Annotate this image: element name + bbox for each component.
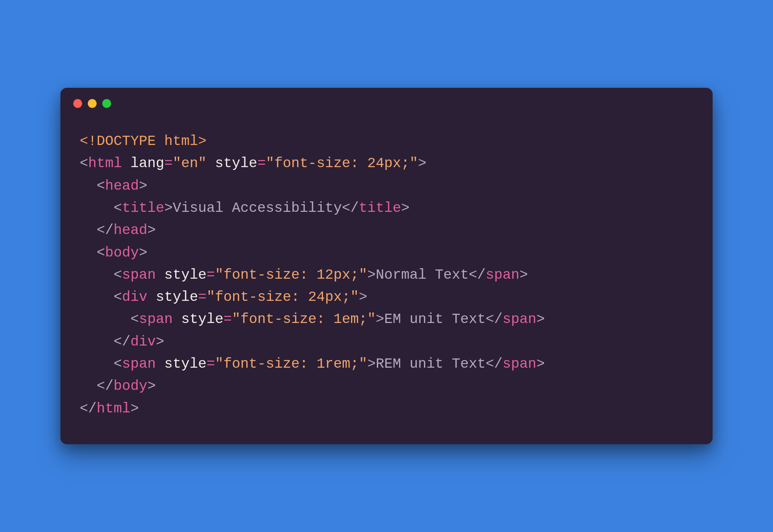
string-token: "font-size: 24px;": [207, 289, 359, 305]
tag-token: span: [139, 311, 173, 327]
angle-bracket: </: [469, 267, 486, 283]
string-token: "font-size: 12px;": [215, 267, 367, 283]
angle-bracket: </: [486, 356, 502, 372]
angle-bracket: >: [147, 378, 156, 394]
tag-token: span: [122, 267, 156, 283]
tag-token: head: [114, 222, 147, 238]
angle-bracket: <: [114, 356, 122, 372]
code-content[interactable]: <!DOCTYPE html> <html lang="en" style="f…: [60, 114, 713, 444]
angle-bracket: >: [401, 200, 409, 216]
angle-bracket: >: [536, 356, 545, 372]
doctype-token: <!DOCTYPE html>: [80, 133, 207, 149]
minimize-icon[interactable]: [88, 99, 97, 108]
angle-bracket: </: [486, 311, 502, 327]
close-icon[interactable]: [73, 99, 82, 108]
angle-bracket: <: [80, 155, 88, 172]
code-line: </head>: [80, 222, 156, 238]
text-token: EM unit Text: [384, 311, 486, 327]
tag-token: html: [97, 401, 130, 417]
angle-bracket: </: [114, 334, 130, 350]
equals-token: =: [198, 289, 207, 305]
angle-bracket: </: [342, 200, 359, 216]
angle-bracket: <: [130, 311, 139, 327]
angle-bracket: <: [114, 200, 122, 216]
angle-bracket: </: [97, 222, 114, 238]
angle-bracket: <: [114, 267, 122, 283]
angle-bracket: >: [139, 245, 147, 261]
equals-token: =: [207, 267, 215, 283]
code-line: <!DOCTYPE html>: [80, 133, 207, 149]
equals-token: =: [257, 155, 266, 172]
tag-token: span: [502, 356, 536, 372]
angle-bracket: >: [519, 267, 528, 283]
attr-token: style: [215, 155, 257, 172]
tag-token: div: [122, 289, 147, 305]
angle-bracket: >: [536, 311, 545, 327]
code-line: <title>Visual Accessibility</title>: [80, 200, 409, 216]
angle-bracket: >: [367, 356, 376, 372]
equals-token: =: [207, 356, 215, 372]
attr-token: style: [156, 289, 198, 305]
angle-bracket: >: [156, 334, 164, 350]
tag-token: title: [122, 200, 164, 216]
attr-token: style: [164, 356, 207, 372]
code-line: </html>: [80, 401, 139, 417]
text-token: REM unit Text: [376, 356, 486, 372]
attr-token: style: [164, 267, 207, 283]
text-token: Visual Accessibility: [173, 200, 342, 216]
string-token: "en": [173, 155, 207, 172]
tag-token: html: [88, 155, 122, 172]
angle-bracket: <: [114, 289, 122, 305]
angle-bracket: <: [97, 245, 105, 261]
string-token: "font-size: 1em;": [232, 311, 376, 327]
code-line: </body>: [80, 378, 156, 394]
angle-bracket: </: [97, 378, 114, 394]
code-line: <span style="font-size: 1em;">EM unit Te…: [80, 311, 545, 327]
angle-bracket: <: [97, 178, 105, 194]
code-line: </div>: [80, 334, 164, 350]
text-token: Normal Text: [376, 267, 469, 283]
angle-bracket: >: [359, 289, 367, 305]
code-line: <body>: [80, 245, 147, 261]
string-token: "font-size: 24px;": [266, 155, 418, 172]
code-editor-window: <!DOCTYPE html> <html lang="en" style="f…: [60, 88, 713, 444]
tag-token: body: [105, 245, 139, 261]
angle-bracket: >: [130, 401, 139, 417]
tag-token: span: [502, 311, 536, 327]
angle-bracket: >: [147, 222, 156, 238]
code-line: <div style="font-size: 24px;">: [80, 289, 367, 305]
window-titlebar: [60, 88, 713, 114]
maximize-icon[interactable]: [102, 99, 111, 108]
angle-bracket: </: [80, 401, 97, 417]
angle-bracket: >: [164, 200, 173, 216]
code-line: <span style="font-size: 1rem;">REM unit …: [80, 356, 545, 372]
tag-token: body: [114, 378, 147, 394]
attr-token: style: [181, 311, 223, 327]
code-line: <head>: [80, 178, 147, 194]
equals-token: =: [223, 311, 232, 327]
tag-token: span: [486, 267, 519, 283]
tag-token: title: [359, 200, 401, 216]
tag-token: div: [130, 334, 156, 350]
tag-token: head: [105, 178, 139, 194]
equals-token: =: [164, 155, 173, 172]
angle-bracket: >: [376, 311, 384, 327]
code-line: <span style="font-size: 12px;">Normal Te…: [80, 267, 528, 283]
angle-bracket: >: [139, 178, 147, 194]
code-line: <html lang="en" style="font-size: 24px;"…: [80, 155, 426, 172]
angle-bracket: >: [418, 155, 426, 172]
attr-token: lang: [130, 155, 164, 172]
string-token: "font-size: 1rem;": [215, 356, 367, 372]
angle-bracket: >: [367, 267, 376, 283]
tag-token: span: [122, 356, 156, 372]
